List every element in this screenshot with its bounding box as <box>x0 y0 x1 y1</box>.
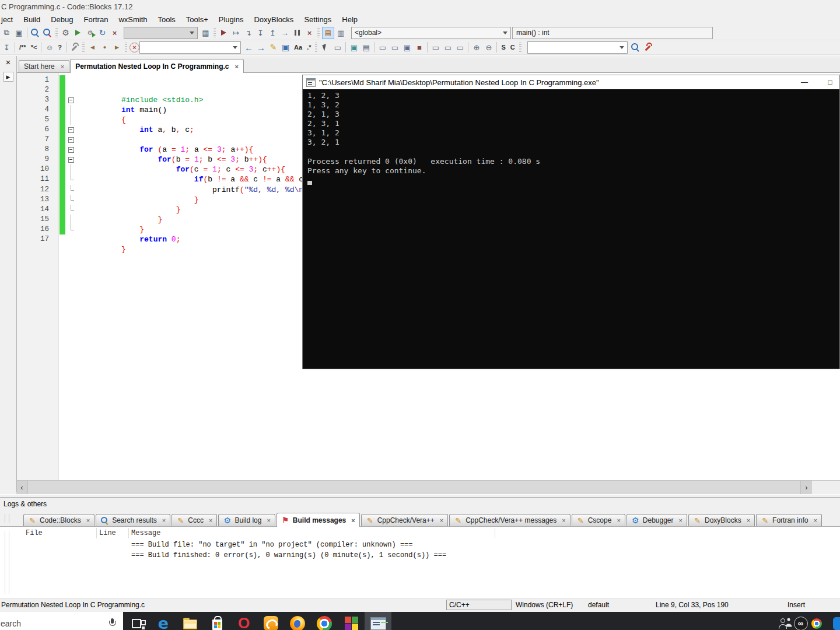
tab-close-icon[interactable]: × <box>162 517 166 524</box>
toolbar-grip[interactable] <box>82 43 85 52</box>
search-next-icon[interactable]: → <box>256 42 267 53</box>
fold-marker[interactable] <box>66 164 76 174</box>
console-maximize-button[interactable]: □ <box>822 78 838 86</box>
run-icon[interactable] <box>72 27 83 38</box>
doxy-help-icon[interactable]: ? <box>56 42 64 53</box>
log-tab-search-results[interactable]: Search results × <box>96 514 170 526</box>
next-line-icon[interactable]: ↴ <box>243 27 254 38</box>
column-header[interactable]: Message <box>129 528 495 538</box>
tab-start-here[interactable]: Start here × <box>19 60 69 72</box>
tab-close-icon[interactable]: × <box>61 63 64 70</box>
fold-marker[interactable] <box>66 155 76 164</box>
tab-close-icon[interactable]: × <box>747 517 750 524</box>
symbol-search-icon[interactable] <box>630 42 641 53</box>
fold-marker[interactable] <box>66 145 76 155</box>
tab-close-icon[interactable]: × <box>679 517 682 524</box>
taskbar-search[interactable]: earch <box>0 612 123 630</box>
wx-stretch-icon[interactable]: ▭ <box>442 42 453 53</box>
fold-marker[interactable] <box>66 85 76 95</box>
search-prev-icon[interactable]: ← <box>243 42 254 53</box>
log-tab-cppcheck-messages[interactable]: CppCheck/Vera++ messages × <box>449 514 570 526</box>
menu-tools[interactable]: Tools <box>153 14 181 25</box>
insert-class-icon[interactable]: ↧ <box>1 42 12 53</box>
firefox-icon[interactable] <box>284 612 311 630</box>
menu-debug[interactable]: Debug <box>46 14 78 25</box>
clear-search-icon[interactable]: × <box>130 43 139 52</box>
window-titlebar[interactable]: C Programming.c - Code::Blocks 17.12 <box>0 0 840 13</box>
uc-browser-icon[interactable] <box>257 612 284 630</box>
microphone-icon[interactable] <box>108 618 116 629</box>
regex-icon[interactable]: .* <box>305 42 313 53</box>
fold-marker[interactable] <box>66 115 76 125</box>
menu-project[interactable]: ject <box>0 14 18 25</box>
toolbar-grip[interactable] <box>55 28 58 38</box>
tab-close-icon[interactable]: × <box>813 517 817 524</box>
highlight-occurrences-icon[interactable]: ✎ <box>268 42 279 53</box>
toolbar-grip[interactable] <box>214 28 216 38</box>
rebuild-icon[interactable]: ↻ <box>97 27 108 38</box>
tab-close-icon[interactable]: × <box>562 517 565 524</box>
next-instruction-icon[interactable]: → <box>279 27 290 38</box>
fold-marker[interactable] <box>66 105 76 115</box>
microsoft-store-icon[interactable] <box>204 612 230 630</box>
wx-spacer-icon[interactable]: ▭ <box>430 42 441 53</box>
tab-close-icon[interactable]: × <box>617 517 620 524</box>
doxy-settings-icon[interactable] <box>69 42 80 53</box>
build-and-run-icon[interactable]: ⚙ <box>85 27 96 38</box>
tab-permutation-file[interactable]: Permutation Nested Loop In C Programming… <box>70 59 244 73</box>
scroll-left-button[interactable]: ‹ <box>16 481 28 494</box>
log-tab-debugger[interactable]: Debugger × <box>626 514 687 526</box>
run-to-cursor-icon[interactable]: ↦ <box>230 27 242 38</box>
fold-marker[interactable] <box>66 205 76 215</box>
menu-help[interactable]: Help <box>337 14 363 25</box>
menu-plugins[interactable]: Plugins <box>214 14 249 25</box>
table-row[interactable]: === Build file: "no target" in "no proje… <box>23 540 840 550</box>
toolbar-grip[interactable] <box>125 43 127 52</box>
console-minimize-button[interactable]: — <box>796 78 813 86</box>
menu-build[interactable]: Build <box>18 14 46 25</box>
wx-gridsizer-icon[interactable]: ▣ <box>401 42 412 53</box>
task-view-button[interactable] <box>123 612 150 630</box>
fold-marker[interactable] <box>66 235 76 244</box>
symbol-search-dropdown[interactable] <box>527 41 628 54</box>
scope-dropdown[interactable]: <global> <box>351 27 511 39</box>
close-icon[interactable]: × <box>6 57 11 67</box>
fold-marker[interactable] <box>66 185 76 195</box>
toggle-bookmark-icon[interactable]: ● <box>99 42 110 53</box>
logs-grip[interactable] <box>5 514 9 523</box>
menu-tools-plus[interactable]: Tools+ <box>181 14 214 25</box>
build-icon[interactable]: ⚙ <box>60 27 71 38</box>
tab-close-icon[interactable]: × <box>440 517 443 524</box>
select-occurrences-icon[interactable]: ▣ <box>280 42 291 53</box>
chrome-icon[interactable] <box>311 612 338 630</box>
debugging-windows-icon[interactable]: ▤ <box>322 27 334 39</box>
paste-icon[interactable]: ▣ <box>13 27 24 38</box>
tab-close-icon[interactable]: × <box>351 517 355 524</box>
editor-hscrollbar[interactable]: ‹ › <box>16 480 812 494</box>
tray-icon-slot[interactable] <box>824 612 840 630</box>
wx-frame-icon[interactable]: ▭ <box>332 42 343 53</box>
menu-doxyblocks[interactable]: DoxyBlocks <box>249 14 299 25</box>
wx-flexgrid-icon[interactable]: ■ <box>414 42 425 53</box>
prev-bookmark-icon[interactable]: ◀ <box>87 42 98 53</box>
doxy-run-icon[interactable]: ☺ <box>44 42 55 53</box>
log-tab-fortran-info[interactable]: Fortran info × <box>756 514 822 526</box>
abort-build-icon[interactable]: × <box>109 27 120 38</box>
doxy-block-comment-icon[interactable]: /** <box>18 42 28 53</box>
doxy-line-comment-icon[interactable]: *< <box>29 42 39 53</box>
next-bookmark-icon[interactable]: ▶ <box>111 42 123 53</box>
tab-close-icon[interactable]: × <box>86 517 90 524</box>
tray-icon-slot[interactable] <box>808 612 824 630</box>
console-window[interactable]: "C:\Users\Md Sharif Mia\Desktop\Permutat… <box>302 75 840 369</box>
step-out-icon[interactable]: ↥ <box>267 27 278 38</box>
tab-close-icon[interactable]: × <box>209 517 212 524</box>
zoom-in-icon[interactable]: ⊕ <box>471 42 482 53</box>
wx-pointer-icon[interactable] <box>320 42 331 53</box>
fold-marker[interactable] <box>66 95 76 105</box>
toolbar-grip[interactable] <box>519 43 522 52</box>
tray-icon-slot[interactable] <box>777 612 793 630</box>
opera-icon[interactable]: O <box>230 612 257 630</box>
codeblocks-console-icon[interactable] <box>365 612 391 630</box>
logs-panel-header[interactable]: Logs & others <box>0 497 840 510</box>
fold-marker[interactable] <box>66 225 76 235</box>
